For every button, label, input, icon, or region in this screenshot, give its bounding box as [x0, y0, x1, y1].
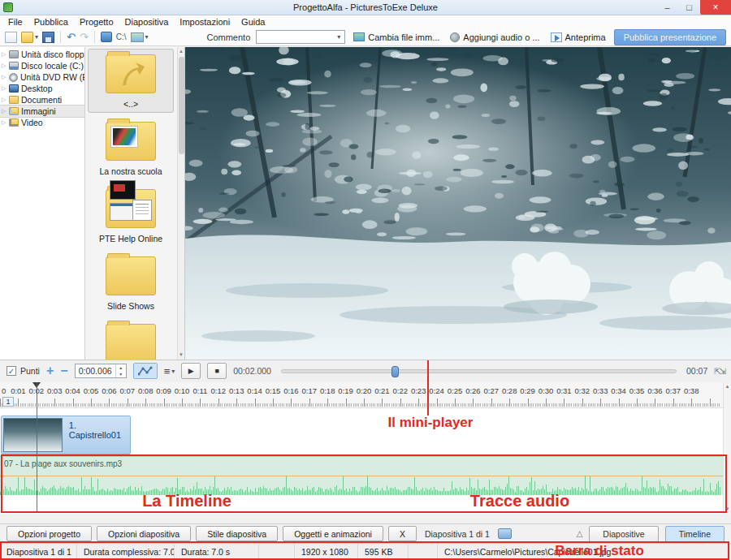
- view-dropdown-icon[interactable]: ▾: [145, 33, 149, 41]
- oggetti-e-animazioni-button[interactable]: Oggetti e animazioni: [283, 526, 383, 541]
- audio-track[interactable]: 07 - La plage aux souvenirs.mp3: [0, 456, 723, 495]
- spinner-down-icon[interactable]: ▼: [116, 371, 126, 377]
- duration-value: 0:00.006: [76, 366, 115, 376]
- add-audio-label: Aggiungi audio o ...: [463, 32, 539, 42]
- fullscreen-icon[interactable]: ⇱⇲: [714, 367, 725, 376]
- tree-item-immagini[interactable]: ▷Immagini: [0, 106, 84, 117]
- expander-icon[interactable]: ▷: [2, 85, 9, 92]
- tree-item-label: Desktop: [21, 84, 53, 93]
- folder-label: PTE Help Online: [99, 234, 162, 243]
- folder-label: <..>: [123, 99, 138, 109]
- publish-button[interactable]: Pubblica presentazione: [614, 29, 726, 45]
- tree-item-unit-disco-floppy-a[interactable]: ▷Unità disco floppy (A: [0, 49, 84, 60]
- open-project-icon[interactable]: [21, 32, 33, 43]
- add-audio-button[interactable]: Aggiungi audio o ...: [448, 32, 542, 43]
- change-file-button[interactable]: Cambia file imm...: [351, 32, 442, 43]
- scroll-down-icon[interactable]: ▼: [178, 351, 184, 360]
- main-toolbar: ▾ ↶ ↷ C:\ ▾ Commento ▾ Cambia file imm..…: [0, 28, 731, 46]
- timeline-pane: 00:010:020:030:040:050:060:070:080:090:1…: [0, 382, 731, 514]
- close-options-button[interactable]: X: [388, 526, 417, 541]
- scrollbar-thumb[interactable]: [179, 57, 184, 154]
- menu-guida[interactable]: Guida: [236, 17, 270, 27]
- folder-thumbnails-panel: <..>La nostra scuolaPTE Help OnlineSlide…: [85, 47, 185, 360]
- seek-slider[interactable]: [281, 369, 677, 373]
- scroll-down-icon[interactable]: ▼: [724, 505, 731, 514]
- waveform-toggle-button[interactable]: [133, 363, 158, 379]
- customize-icon[interactable]: [101, 32, 112, 42]
- folder-card[interactable]: Slide Shows: [88, 251, 174, 315]
- spinner-arrows[interactable]: ▲ ▼: [115, 364, 126, 377]
- ruler-label: 0:23: [411, 386, 426, 395]
- timeline-ruler[interactable]: 00:010:020:030:040:050:060:070:080:090:1…: [0, 382, 723, 408]
- expander-icon[interactable]: ▷: [2, 97, 9, 103]
- scroll-up-icon[interactable]: ▲: [724, 382, 731, 391]
- menu-pubblica[interactable]: Pubblica: [28, 17, 74, 27]
- preview-button[interactable]: Anteprima: [548, 32, 608, 43]
- play-button[interactable]: ▶: [181, 363, 201, 379]
- ruler-label: 0:12: [211, 386, 227, 395]
- view-tab-diapositive[interactable]: Diapositive: [589, 526, 658, 542]
- toolbar-separator: [60, 31, 61, 43]
- folder-icon: [106, 122, 156, 161]
- expander-icon[interactable]: ▷: [2, 119, 9, 126]
- tree-item-unit-dvd-rw-e[interactable]: ▷Unità DVD RW (E:): [0, 71, 84, 83]
- undo-icon[interactable]: ↶: [67, 32, 76, 43]
- slide-options-icon[interactable]: [498, 528, 512, 539]
- keypoints-icon: [138, 366, 153, 376]
- open-dropdown-icon[interactable]: ▾: [35, 33, 38, 41]
- combo-dropdown-icon[interactable]: ▾: [333, 33, 344, 41]
- playhead-marker[interactable]: [32, 382, 41, 388]
- folder-card[interactable]: [88, 318, 174, 360]
- opzioni-progetto-button[interactable]: Opzioni progetto: [6, 526, 92, 541]
- ruler-label: 0:07: [120, 386, 136, 395]
- timeline-menu-button[interactable]: ≡ ▾: [164, 365, 175, 377]
- seek-slider-thumb[interactable]: [391, 366, 399, 377]
- hdd-icon: [9, 62, 19, 70]
- ruler-label: 0:19: [338, 386, 353, 395]
- spinner-up-icon[interactable]: ▲: [116, 364, 126, 371]
- expander-icon[interactable]: ▷: [2, 51, 9, 58]
- folder-card[interactable]: La nostra scuola: [88, 116, 174, 180]
- stop-button[interactable]: ■: [207, 363, 227, 379]
- title-bar: ProgettoAlfa - PicturesToExe Deluxe – □ …: [0, 0, 731, 15]
- expander-icon[interactable]: ▷: [2, 62, 9, 69]
- tree-item-documenti[interactable]: ▷Documenti: [0, 94, 84, 106]
- view-mode-icon[interactable]: [131, 32, 144, 42]
- new-project-icon[interactable]: [5, 32, 17, 43]
- menu-progetto[interactable]: Progetto: [74, 17, 119, 27]
- opzioni-diapositiva-button[interactable]: Opzioni diapositiva: [97, 526, 191, 541]
- tree-item-video[interactable]: ▷Video: [0, 117, 84, 128]
- toolbar-separator: [94, 31, 95, 43]
- tree-item-disco-locale-c[interactable]: ▷Disco locale (C:): [0, 60, 84, 71]
- save-icon[interactable]: [42, 32, 54, 43]
- folder-card[interactable]: PTE Help Online: [88, 183, 174, 248]
- menu-diapositiva[interactable]: Diapositiva: [119, 17, 175, 27]
- ruler-label: 0: [2, 386, 6, 395]
- slide-label: 1. Capistrello01: [64, 416, 130, 454]
- ruler-label: 0:24: [429, 386, 444, 395]
- folder-card[interactable]: <..>: [88, 49, 174, 113]
- comment-combobox[interactable]: ▾: [256, 30, 345, 44]
- track-number-badge: 1: [2, 397, 14, 407]
- menu-icon: ≡: [164, 365, 171, 377]
- add-point-button[interactable]: +: [46, 364, 54, 377]
- menu-file[interactable]: File: [2, 17, 28, 27]
- timeline-scrollbar[interactable]: ▲ ▼: [723, 382, 731, 514]
- video-folder-icon: [9, 118, 19, 127]
- folder-panel-scrollbar[interactable]: ▲ ▼: [177, 47, 184, 360]
- scroll-up-icon[interactable]: ▲: [178, 47, 184, 56]
- tree-item-label: Unità DVD RW (E:): [20, 72, 84, 82]
- view-tab-timeline[interactable]: Timeline: [665, 526, 725, 542]
- collapse-panel-icon[interactable]: △: [577, 529, 583, 538]
- current-time: 00:02.000: [233, 366, 271, 376]
- slide-item[interactable]: 1. Capistrello01: [1, 416, 131, 454]
- tree-item-desktop[interactable]: ▷Desktop: [0, 83, 84, 94]
- menu-impostazioni[interactable]: Impostazioni: [174, 17, 236, 27]
- change-file-icon: [353, 32, 365, 41]
- expander-icon[interactable]: ▷: [2, 108, 9, 114]
- stile-diapositiva-button[interactable]: Stile diapositiva: [196, 526, 278, 541]
- duration-spinner[interactable]: 0:00.006 ▲ ▼: [75, 364, 127, 378]
- expander-icon[interactable]: ▷: [2, 74, 9, 80]
- remove-point-button[interactable]: −: [60, 364, 67, 377]
- points-checkbox[interactable]: ✓: [6, 366, 16, 376]
